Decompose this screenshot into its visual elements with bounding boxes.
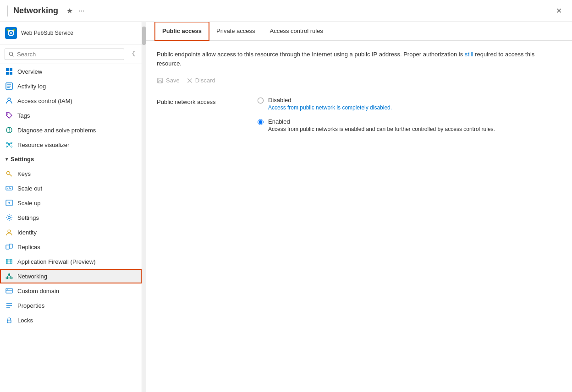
sidebar-item-tags[interactable]: Tags xyxy=(0,108,142,123)
svg-point-39 xyxy=(8,230,11,233)
radio-option-enabled: Enabled Access from public networks is e… xyxy=(258,118,495,132)
search-input-wrap[interactable] xyxy=(5,49,124,60)
iam-icon xyxy=(6,97,13,104)
sidebar-item-overview[interactable]: Overview xyxy=(0,64,142,79)
keys-icon xyxy=(6,170,13,177)
svg-rect-11 xyxy=(6,72,9,75)
separator xyxy=(7,5,8,16)
radio-label-disabled: Disabled xyxy=(268,97,392,103)
svg-point-23 xyxy=(6,142,8,144)
svg-line-30 xyxy=(10,174,12,177)
radio-text-disabled: Disabled Access from public network is c… xyxy=(268,97,392,111)
svg-point-18 xyxy=(7,114,8,114)
svg-point-25 xyxy=(6,146,8,147)
save-button[interactable]: Save xyxy=(157,75,180,86)
content-description: Public endpoints allow access to this re… xyxy=(157,50,561,68)
scrollbar-thumb[interactable] xyxy=(142,27,146,45)
save-label: Save xyxy=(166,77,180,84)
firewall-icon xyxy=(6,258,13,265)
svg-rect-9 xyxy=(6,68,9,71)
sidebar-item-activity-log[interactable]: Activity log xyxy=(0,79,142,93)
sidebar-item-networking[interactable]: Networking xyxy=(0,269,142,283)
svg-point-26 xyxy=(11,146,12,147)
still-link[interactable]: still xyxy=(465,51,473,58)
scaleup-icon xyxy=(6,199,13,207)
save-icon xyxy=(157,77,163,84)
svg-rect-10 xyxy=(10,68,12,71)
svg-point-24 xyxy=(11,142,12,144)
radio-disabled[interactable] xyxy=(258,98,264,103)
discard-icon xyxy=(187,78,192,83)
sidebar-item-label: Settings xyxy=(17,214,39,221)
search-input[interactable] xyxy=(17,51,120,58)
collapse-button[interactable]: 《 xyxy=(127,48,137,60)
discard-label: Discard xyxy=(195,77,215,84)
sidebar-item-locks[interactable]: Locks xyxy=(0,313,142,327)
favorite-button[interactable]: ★ xyxy=(64,5,76,17)
sidebar-item-app-firewall[interactable]: Application Firewall (Preview) xyxy=(0,254,142,269)
sidebar-item-resource-visualizer[interactable]: Resource visualizer xyxy=(0,137,142,152)
tab-access-control-rules[interactable]: Access control rules xyxy=(263,22,330,41)
form-section: Public network access Disabled Access fr… xyxy=(157,97,561,132)
sidebar: Web PubSub Service 《 Overview xyxy=(0,22,142,392)
radio-option-disabled: Disabled Access from public network is c… xyxy=(258,97,495,111)
sidebar-item-properties[interactable]: Properties xyxy=(0,298,142,313)
settings-icon xyxy=(6,214,13,221)
svg-point-22 xyxy=(8,144,10,146)
svg-point-29 xyxy=(7,172,10,175)
sidebar-item-label: Access control (IAM) xyxy=(17,98,72,104)
svg-point-7 xyxy=(9,52,13,55)
sidebar-item-label: Activity log xyxy=(17,83,46,90)
service-header: Web PubSub Service xyxy=(0,22,142,44)
page-title: Networking xyxy=(13,6,58,16)
svg-rect-12 xyxy=(10,72,12,75)
discard-button[interactable]: Discard xyxy=(187,75,215,86)
radio-enabled[interactable] xyxy=(258,119,264,125)
identity-icon xyxy=(6,229,13,236)
sidebar-item-label: Identity xyxy=(17,229,37,236)
settings-section-header[interactable]: ▾ Settings xyxy=(0,152,142,166)
sidebar-item-label: Keys xyxy=(17,170,31,177)
sidebar-item-keys[interactable]: Keys xyxy=(0,166,142,181)
networking-icon xyxy=(6,272,13,280)
sidebar-item-custom-domain[interactable]: Custom domain xyxy=(0,283,142,298)
content-tabs: Public access Private access Access cont… xyxy=(146,22,572,41)
svg-rect-40 xyxy=(6,245,9,249)
content-area: Public access Private access Access cont… xyxy=(146,22,572,392)
close-button[interactable]: ✕ xyxy=(553,5,565,17)
sidebar-item-settings[interactable]: Settings xyxy=(0,210,142,225)
svg-point-38 xyxy=(8,217,11,219)
sidebar-item-identity[interactable]: Identity xyxy=(0,225,142,240)
sidebar-item-label: Diagnose and solve problems xyxy=(17,127,96,134)
sidebar-item-scale-up[interactable]: Scale up xyxy=(0,196,142,210)
svg-rect-52 xyxy=(6,289,12,293)
svg-point-46 xyxy=(8,273,10,275)
activity-log-icon xyxy=(6,82,13,90)
locks-icon xyxy=(6,316,13,324)
search-icon xyxy=(9,51,14,57)
svg-line-49 xyxy=(7,275,9,277)
svg-rect-61 xyxy=(159,81,162,82)
main-layout: Web PubSub Service 《 Overview xyxy=(0,22,572,392)
replicas-icon xyxy=(6,243,13,250)
tab-label: Public access xyxy=(162,27,202,34)
tab-private-access[interactable]: Private access xyxy=(209,22,263,41)
sidebar-item-scale-out[interactable]: Scale out xyxy=(0,181,142,196)
overview-icon xyxy=(6,68,13,75)
sidebar-item-label: Custom domain xyxy=(17,288,59,294)
tags-icon xyxy=(6,112,13,119)
svg-point-2 xyxy=(10,32,12,34)
form-label: Public network access xyxy=(157,98,239,105)
tab-public-access[interactable]: Public access xyxy=(155,22,209,41)
svg-point-54 xyxy=(7,289,8,290)
sidebar-item-label: Resource visualizer xyxy=(17,142,69,148)
sidebar-item-label: Replicas xyxy=(17,244,40,250)
sidebar-scrollbar[interactable] xyxy=(142,22,146,392)
svg-point-6 xyxy=(13,29,15,31)
sidebar-item-access-control[interactable]: Access control (IAM) xyxy=(0,93,142,108)
tab-label: Access control rules xyxy=(270,27,323,34)
more-options-button[interactable]: ··· xyxy=(76,5,87,17)
sidebar-item-diagnose[interactable]: Diagnose and solve problems xyxy=(0,123,142,137)
sidebar-item-replicas[interactable]: Replicas xyxy=(0,240,142,254)
content-body: Public endpoints allow access to this re… xyxy=(146,41,572,142)
